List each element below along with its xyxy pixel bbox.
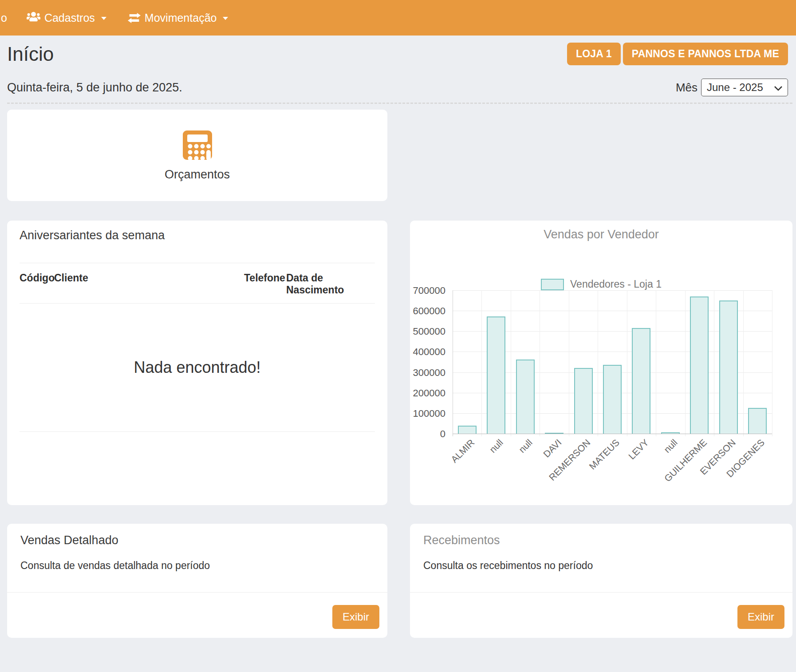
chart-bar	[632, 328, 650, 434]
chart-bar	[690, 296, 709, 434]
x-axis-label: null	[517, 437, 535, 455]
legend-label: Vendedores - Loja 1	[570, 278, 662, 290]
gridline	[481, 290, 482, 436]
column-header: Data de Nascimento	[286, 272, 375, 296]
store-button[interactable]: LOJA 1	[567, 43, 621, 65]
y-axis-tick: 500000	[407, 326, 445, 337]
empty-state: Nada encontrado!	[20, 304, 375, 431]
recebimentos-title: Recebimentos	[423, 524, 779, 547]
y-axis-tick: 100000	[407, 408, 445, 419]
vendas-detalhado-description: Consulta de vendas detalhada no período	[20, 560, 374, 572]
exchange-arrows-icon	[128, 13, 141, 23]
orcamentos-card[interactable]: Orçamentos	[7, 110, 387, 201]
chart-bar	[574, 368, 593, 434]
y-axis-tick: 700000	[407, 285, 445, 296]
month-select[interactable]: June - 2025	[701, 79, 788, 96]
month-label: Mês	[676, 81, 697, 95]
y-axis-tick: 400000	[407, 346, 445, 358]
chart-bar	[603, 365, 622, 434]
company-button[interactable]: PANNOS E PANNOS LTDA ME	[623, 43, 788, 65]
x-axis-label: MATEUS	[587, 437, 622, 472]
recebimentos-description: Consulta os recebimentos no período	[423, 560, 779, 572]
nav-item-label: Movimentação	[145, 12, 217, 24]
chevron-down-icon	[223, 17, 228, 20]
y-axis-tick: 0	[407, 428, 445, 440]
birthdays-table-header: CódigoClienteTelefoneData de Nascimento	[20, 263, 375, 303]
users-icon	[27, 11, 40, 25]
divider	[410, 592, 792, 593]
chart-bar	[719, 300, 738, 434]
birthdays-card: Aniversariantes da semana CódigoClienteT…	[7, 221, 387, 505]
x-axis-label: null	[488, 437, 505, 455]
chevron-down-icon	[101, 17, 106, 20]
gridline	[569, 290, 569, 436]
chart-bar	[487, 316, 505, 434]
month-picker: Mês June - 2025	[676, 79, 788, 96]
gridline	[453, 290, 772, 291]
column-header: Cliente	[54, 272, 244, 296]
divider	[7, 592, 387, 593]
x-axis-label: null	[662, 437, 680, 455]
header-buttons: LOJA 1 PANNOS E PANNOS LTDA ME	[567, 43, 788, 65]
recebimentos-card: Recebimentos Consulta os recebimentos no…	[410, 524, 792, 638]
nav-item-partial[interactable]: o	[1, 12, 7, 24]
chart-bar	[516, 360, 535, 434]
gridline	[453, 290, 453, 436]
sales-chart-card: Vendas por Vendedor Vendedores - Loja 1 …	[410, 221, 792, 505]
x-axis-label: DAVI	[541, 437, 564, 460]
chart-title: Vendas por Vendedor	[410, 221, 792, 241]
y-axis-labels: 0100000200000300000400000500000600000700…	[410, 290, 448, 434]
gridline	[656, 290, 656, 436]
gridline	[511, 290, 511, 436]
y-axis-tick: 300000	[407, 367, 445, 379]
gridline	[743, 290, 744, 436]
column-header: Telefone	[244, 272, 286, 296]
chart-legend: Vendedores - Loja 1	[410, 278, 792, 290]
recebimentos-exibir-button[interactable]: Exibir	[737, 605, 784, 629]
gridline	[685, 290, 686, 436]
gridline	[540, 290, 540, 436]
current-date: Quinta-feira, 5 de junho de 2025.	[7, 81, 182, 95]
birthdays-card-title: Aniversariantes da semana	[20, 229, 375, 242]
birthdays-card-footer	[20, 432, 375, 505]
empty-state-message: Nada encontrado!	[134, 358, 260, 377]
gridline	[772, 290, 772, 436]
x-axis-label: LEVY	[626, 437, 650, 462]
nav-item-movimentacao[interactable]: Movimentação	[128, 12, 229, 24]
chevron-down-icon	[774, 81, 782, 94]
chart-bar	[748, 408, 767, 434]
vendas-exibir-button[interactable]: Exibir	[332, 605, 379, 629]
x-axis-labels: ALMIRnullnullDAVIREMERSONMATEUSLEVYnullG…	[453, 437, 772, 495]
y-axis-tick: 600000	[407, 305, 445, 317]
column-header: Código	[20, 272, 54, 296]
nav-item-cadastros[interactable]: Cadastros	[27, 11, 106, 25]
vendas-detalhado-card: Vendas Detalhado Consulta de vendas deta…	[7, 524, 387, 638]
nav-item-label: Cadastros	[44, 12, 95, 24]
x-axis-line	[453, 434, 772, 434]
calculator-icon	[182, 130, 213, 162]
legend-swatch	[541, 279, 564, 290]
x-axis-label: ALMIR	[449, 437, 476, 465]
orcamentos-label: Orçamentos	[165, 168, 230, 182]
gridline	[598, 290, 598, 436]
page-title: Início	[7, 43, 54, 65]
gridline	[714, 290, 714, 436]
chart-plot	[453, 290, 772, 434]
vendas-detalhado-title: Vendas Detalhado	[20, 524, 374, 547]
y-axis-tick: 200000	[407, 387, 445, 399]
month-select-value: June - 2025	[707, 81, 763, 94]
top-navbar: o Cadastros Movimentação	[0, 0, 796, 36]
chart-bar	[458, 426, 477, 434]
gridline	[627, 290, 627, 436]
